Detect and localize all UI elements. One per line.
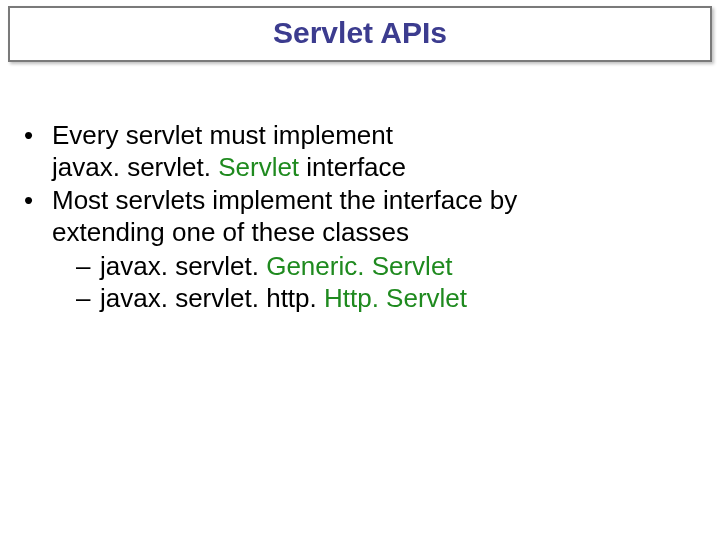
content-area: • Every servlet must implement javax. se…: [0, 120, 720, 314]
bullet-mark: •: [24, 185, 52, 217]
bullet-text: Every servlet must implement javax. serv…: [52, 120, 700, 183]
bullet-item: • Every servlet must implement javax. se…: [24, 120, 700, 183]
text-fragment: Every servlet must implement: [52, 120, 393, 150]
bullet-text: Most servlets implement the interface by…: [52, 185, 700, 314]
sub-text: javax. servlet. Generic. Servlet: [100, 251, 453, 283]
bullet-mark: •: [24, 120, 52, 152]
text-fragment: javax. servlet. http.: [100, 283, 324, 313]
class-name: Servlet: [218, 152, 299, 182]
sub-text: javax. servlet. http. Http. Servlet: [100, 283, 467, 315]
sub-list: – javax. servlet. Generic. Servlet – jav…: [52, 251, 700, 314]
text-fragment: interface: [299, 152, 406, 182]
slide-title: Servlet APIs: [273, 16, 447, 49]
title-box: Servlet APIs: [8, 6, 712, 62]
sub-item: – javax. servlet. Generic. Servlet: [76, 251, 700, 283]
dash-mark: –: [76, 251, 100, 283]
text-fragment: Most servlets implement the interface by: [52, 185, 517, 215]
class-name: Http. Servlet: [324, 283, 467, 313]
sub-item: – javax. servlet. http. Http. Servlet: [76, 283, 700, 315]
text-fragment: javax. servlet.: [100, 251, 266, 281]
text-fragment: extending one of these classes: [52, 217, 409, 247]
class-name: Generic. Servlet: [266, 251, 452, 281]
dash-mark: –: [76, 283, 100, 315]
text-fragment: javax. servlet.: [52, 152, 218, 182]
bullet-item: • Most servlets implement the interface …: [24, 185, 700, 314]
